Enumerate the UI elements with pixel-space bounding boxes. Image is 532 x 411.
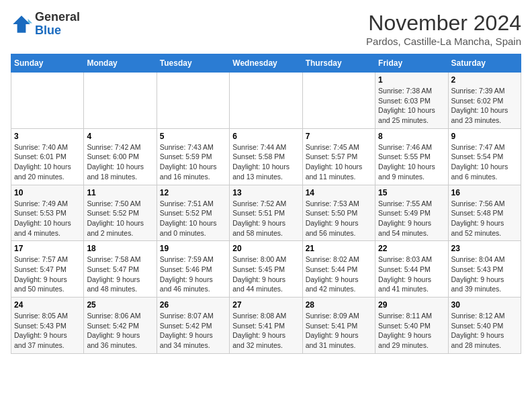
- weekday-header: Tuesday: [157, 54, 229, 73]
- weekday-header: Friday: [375, 54, 448, 73]
- calendar-week-row: 17Sunrise: 7:57 AM Sunset: 5:47 PM Dayli…: [11, 241, 521, 298]
- calendar-cell: 5Sunrise: 7:43 AM Sunset: 5:59 PM Daylig…: [157, 128, 229, 185]
- day-info: Sunrise: 8:09 AM Sunset: 5:41 PM Dayligh…: [306, 311, 372, 351]
- day-info: Sunrise: 8:12 AM Sunset: 5:40 PM Dayligh…: [451, 311, 518, 351]
- day-info: Sunrise: 8:07 AM Sunset: 5:42 PM Dayligh…: [160, 311, 226, 351]
- calendar-cell: [302, 73, 375, 129]
- day-info: Sunrise: 8:05 AM Sunset: 5:43 PM Dayligh…: [14, 311, 81, 351]
- day-number: 5: [160, 132, 226, 141]
- calendar-cell: 11Sunrise: 7:50 AM Sunset: 5:52 PM Dayli…: [84, 185, 157, 241]
- day-number: 17: [14, 244, 81, 253]
- calendar-cell: [230, 73, 302, 129]
- day-info: Sunrise: 7:58 AM Sunset: 5:47 PM Dayligh…: [87, 255, 153, 294]
- day-number: 29: [378, 300, 445, 310]
- day-number: 20: [232, 244, 299, 253]
- calendar-cell: 25Sunrise: 8:06 AM Sunset: 5:42 PM Dayli…: [84, 298, 157, 354]
- calendar-cell: 29Sunrise: 8:11 AM Sunset: 5:40 PM Dayli…: [375, 298, 448, 354]
- logo: General Blue: [11, 11, 80, 38]
- day-info: Sunrise: 8:06 AM Sunset: 5:42 PM Dayligh…: [87, 311, 153, 351]
- calendar-table: SundayMondayTuesdayWednesdayThursdayFrid…: [11, 54, 521, 354]
- day-number: 19: [160, 244, 226, 253]
- location: Pardos, Castille-La Mancha, Spain: [366, 36, 521, 47]
- day-info: Sunrise: 7:57 AM Sunset: 5:47 PM Dayligh…: [14, 255, 81, 294]
- weekday-header: Sunday: [11, 54, 84, 73]
- calendar-week-row: 3Sunrise: 7:40 AM Sunset: 6:01 PM Daylig…: [11, 128, 521, 185]
- day-number: 12: [160, 188, 226, 197]
- day-number: 13: [232, 188, 299, 197]
- calendar-cell: 19Sunrise: 7:59 AM Sunset: 5:46 PM Dayli…: [157, 241, 229, 298]
- calendar-week-row: 1Sunrise: 7:38 AM Sunset: 6:03 PM Daylig…: [11, 73, 521, 129]
- day-info: Sunrise: 7:40 AM Sunset: 6:01 PM Dayligh…: [14, 142, 81, 182]
- day-info: Sunrise: 7:56 AM Sunset: 5:48 PM Dayligh…: [451, 199, 518, 238]
- day-number: 8: [378, 132, 445, 141]
- calendar-cell: 9Sunrise: 7:47 AM Sunset: 5:54 PM Daylig…: [448, 128, 521, 185]
- day-info: Sunrise: 8:02 AM Sunset: 5:44 PM Dayligh…: [306, 255, 372, 294]
- day-info: Sunrise: 8:03 AM Sunset: 5:44 PM Dayligh…: [378, 255, 445, 294]
- logo-text: General Blue: [35, 11, 80, 38]
- day-number: 30: [451, 300, 518, 310]
- day-info: Sunrise: 7:38 AM Sunset: 6:03 PM Dayligh…: [378, 86, 445, 126]
- calendar-cell: 15Sunrise: 7:55 AM Sunset: 5:49 PM Dayli…: [375, 185, 448, 241]
- day-number: 14: [306, 188, 372, 197]
- day-info: Sunrise: 8:04 AM Sunset: 5:43 PM Dayligh…: [451, 255, 518, 294]
- month-title: November 2024: [366, 11, 521, 36]
- day-info: Sunrise: 7:47 AM Sunset: 5:54 PM Dayligh…: [451, 142, 518, 182]
- day-info: Sunrise: 8:08 AM Sunset: 5:41 PM Dayligh…: [232, 311, 299, 351]
- day-number: 4: [87, 132, 153, 141]
- day-info: Sunrise: 8:11 AM Sunset: 5:40 PM Dayligh…: [378, 311, 445, 351]
- calendar-cell: 10Sunrise: 7:49 AM Sunset: 5:53 PM Dayli…: [11, 185, 84, 241]
- calendar-cell: 8Sunrise: 7:46 AM Sunset: 5:55 PM Daylig…: [375, 128, 448, 185]
- calendar-cell: 2Sunrise: 7:39 AM Sunset: 6:02 PM Daylig…: [448, 73, 521, 129]
- day-number: 16: [451, 188, 518, 197]
- logo-icon: [11, 13, 32, 35]
- weekday-row: SundayMondayTuesdayWednesdayThursdayFrid…: [11, 54, 521, 73]
- calendar-week-row: 10Sunrise: 7:49 AM Sunset: 5:53 PM Dayli…: [11, 185, 521, 241]
- day-number: 6: [232, 132, 299, 141]
- day-info: Sunrise: 7:49 AM Sunset: 5:53 PM Dayligh…: [14, 199, 81, 238]
- day-info: Sunrise: 8:00 AM Sunset: 5:45 PM Dayligh…: [232, 255, 299, 294]
- calendar-cell: 20Sunrise: 8:00 AM Sunset: 5:45 PM Dayli…: [230, 241, 302, 298]
- day-info: Sunrise: 7:55 AM Sunset: 5:49 PM Dayligh…: [378, 199, 445, 238]
- calendar-cell: 21Sunrise: 8:02 AM Sunset: 5:44 PM Dayli…: [302, 241, 375, 298]
- svg-marker-0: [13, 15, 30, 33]
- day-info: Sunrise: 7:59 AM Sunset: 5:46 PM Dayligh…: [160, 255, 226, 294]
- day-info: Sunrise: 7:51 AM Sunset: 5:52 PM Dayligh…: [160, 199, 226, 238]
- day-number: 7: [306, 132, 372, 141]
- day-info: Sunrise: 7:43 AM Sunset: 5:59 PM Dayligh…: [160, 142, 226, 182]
- day-info: Sunrise: 7:52 AM Sunset: 5:51 PM Dayligh…: [232, 199, 299, 238]
- day-number: 10: [14, 188, 81, 197]
- day-number: 9: [451, 132, 518, 141]
- day-number: 27: [232, 300, 299, 310]
- calendar-cell: 28Sunrise: 8:09 AM Sunset: 5:41 PM Dayli…: [302, 298, 375, 354]
- calendar-cell: 13Sunrise: 7:52 AM Sunset: 5:51 PM Dayli…: [230, 185, 302, 241]
- calendar-header: SundayMondayTuesdayWednesdayThursdayFrid…: [11, 54, 521, 73]
- calendar-cell: 14Sunrise: 7:53 AM Sunset: 5:50 PM Dayli…: [302, 185, 375, 241]
- day-info: Sunrise: 7:42 AM Sunset: 6:00 PM Dayligh…: [87, 142, 153, 182]
- day-number: 2: [451, 75, 518, 85]
- day-number: 18: [87, 244, 153, 253]
- day-number: 3: [14, 132, 81, 141]
- calendar-cell: [84, 73, 157, 129]
- calendar-cell: 4Sunrise: 7:42 AM Sunset: 6:00 PM Daylig…: [84, 128, 157, 185]
- day-number: 23: [451, 244, 518, 253]
- day-number: 15: [378, 188, 445, 197]
- calendar-cell: 30Sunrise: 8:12 AM Sunset: 5:40 PM Dayli…: [448, 298, 521, 354]
- calendar-cell: 26Sunrise: 8:07 AM Sunset: 5:42 PM Dayli…: [157, 298, 229, 354]
- day-number: 28: [306, 300, 372, 310]
- calendar-cell: 16Sunrise: 7:56 AM Sunset: 5:48 PM Dayli…: [448, 185, 521, 241]
- calendar-cell: [11, 73, 84, 129]
- calendar-body: 1Sunrise: 7:38 AM Sunset: 6:03 PM Daylig…: [11, 73, 521, 354]
- calendar-cell: 22Sunrise: 8:03 AM Sunset: 5:44 PM Dayli…: [375, 241, 448, 298]
- day-info: Sunrise: 7:46 AM Sunset: 5:55 PM Dayligh…: [378, 142, 445, 182]
- day-number: 25: [87, 300, 153, 310]
- page-header: General Blue November 2024 Pardos, Casti…: [11, 11, 521, 47]
- day-info: Sunrise: 7:44 AM Sunset: 5:58 PM Dayligh…: [232, 142, 299, 182]
- calendar-cell: [157, 73, 229, 129]
- day-number: 21: [306, 244, 372, 253]
- day-info: Sunrise: 7:53 AM Sunset: 5:50 PM Dayligh…: [306, 199, 372, 238]
- calendar-cell: 18Sunrise: 7:58 AM Sunset: 5:47 PM Dayli…: [84, 241, 157, 298]
- calendar-cell: 17Sunrise: 7:57 AM Sunset: 5:47 PM Dayli…: [11, 241, 84, 298]
- weekday-header: Saturday: [448, 54, 521, 73]
- title-block: November 2024 Pardos, Castille-La Mancha…: [366, 11, 521, 47]
- calendar-cell: 12Sunrise: 7:51 AM Sunset: 5:52 PM Dayli…: [157, 185, 229, 241]
